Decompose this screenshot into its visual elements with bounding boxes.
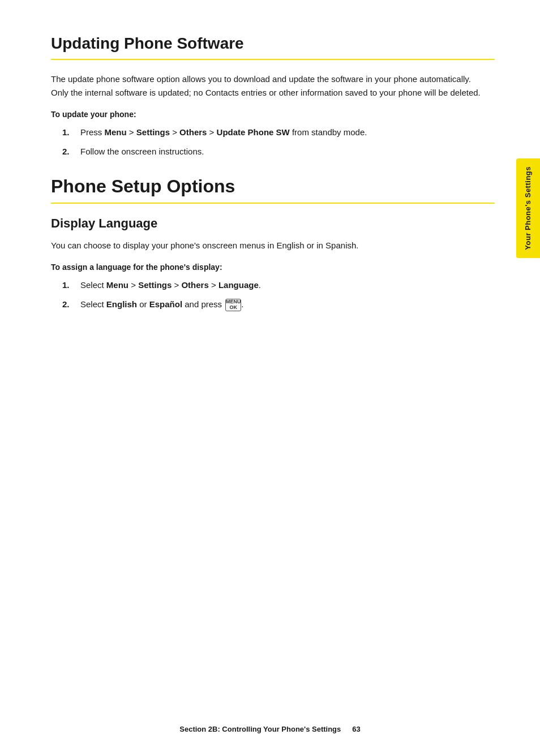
dl-step2-espanol: Español bbox=[149, 299, 182, 309]
footer-section-label: Section 2B: Controlling Your Phone's Set… bbox=[179, 725, 341, 733]
dl-step2-num: 2. bbox=[62, 298, 74, 311]
section1-step-1: 1. Press Menu > Settings > Others > Upda… bbox=[62, 126, 495, 139]
side-tab-text: Your Phone's Settings bbox=[524, 166, 533, 250]
ok-icon-ok-text: OK bbox=[230, 305, 238, 311]
section1-intro: The update phone software option allows … bbox=[51, 72, 481, 100]
dl-step2-english: English bbox=[106, 299, 137, 309]
section1-step-2: 2. Follow the onscreen instructions. bbox=[62, 145, 495, 158]
dl-step2-content: Select English or Español and press MENU… bbox=[80, 298, 495, 311]
section1-divider bbox=[51, 59, 495, 60]
dl-step1-language: Language bbox=[218, 280, 259, 290]
section-phone-setup-options: Phone Setup Options Display Language You… bbox=[51, 175, 495, 311]
footer-page-number: 63 bbox=[352, 725, 360, 733]
dl-step1-others: Others bbox=[181, 280, 208, 290]
section2-title: Phone Setup Options bbox=[51, 175, 495, 197]
ok-icon-inner: MENUOK bbox=[226, 299, 241, 311]
dl-step1-settings: Settings bbox=[138, 280, 172, 290]
ok-button-icon: MENUOK bbox=[225, 299, 241, 311]
subsection-display-language: Display Language You can choose to displ… bbox=[51, 216, 495, 311]
step1-others: Others bbox=[179, 127, 207, 137]
display-language-intro: You can choose to display your phone's o… bbox=[51, 239, 481, 252]
display-language-step-2: 2. Select English or Español and press M… bbox=[62, 298, 495, 311]
display-language-step-1: 1. Select Menu > Settings > Others > Lan… bbox=[62, 278, 495, 292]
step1-update-sw: Update Phone SW bbox=[217, 127, 290, 137]
step2-num: 2. bbox=[62, 145, 74, 158]
page-container: Your Phone's Settings Updating Phone Sof… bbox=[0, 0, 540, 756]
step1-settings: Settings bbox=[136, 127, 170, 137]
section-updating-phone-software: Updating Phone Software The update phone… bbox=[51, 34, 495, 158]
dl-step1-content: Select Menu > Settings > Others > Langua… bbox=[80, 278, 495, 292]
display-language-sub-instruction: To assign a language for the phone's dis… bbox=[51, 263, 495, 272]
section1-title: Updating Phone Software bbox=[51, 34, 495, 53]
step1-content: Press Menu > Settings > Others > Update … bbox=[80, 126, 495, 139]
section1-steps-list: 1. Press Menu > Settings > Others > Upda… bbox=[51, 126, 495, 158]
step1-num: 1. bbox=[62, 126, 74, 139]
step1-menu: Menu bbox=[105, 127, 127, 137]
subsection-display-language-title: Display Language bbox=[51, 216, 495, 231]
section2-divider bbox=[51, 203, 495, 204]
dl-step1-menu: Menu bbox=[106, 280, 128, 290]
display-language-steps-list: 1. Select Menu > Settings > Others > Lan… bbox=[51, 278, 495, 311]
side-tab: Your Phone's Settings bbox=[516, 158, 540, 258]
section1-sub-instruction: To update your phone: bbox=[51, 110, 495, 119]
dl-step1-num: 1. bbox=[62, 278, 74, 292]
step2-content: Follow the onscreen instructions. bbox=[80, 145, 495, 158]
page-footer: Section 2B: Controlling Your Phone's Set… bbox=[0, 725, 540, 733]
